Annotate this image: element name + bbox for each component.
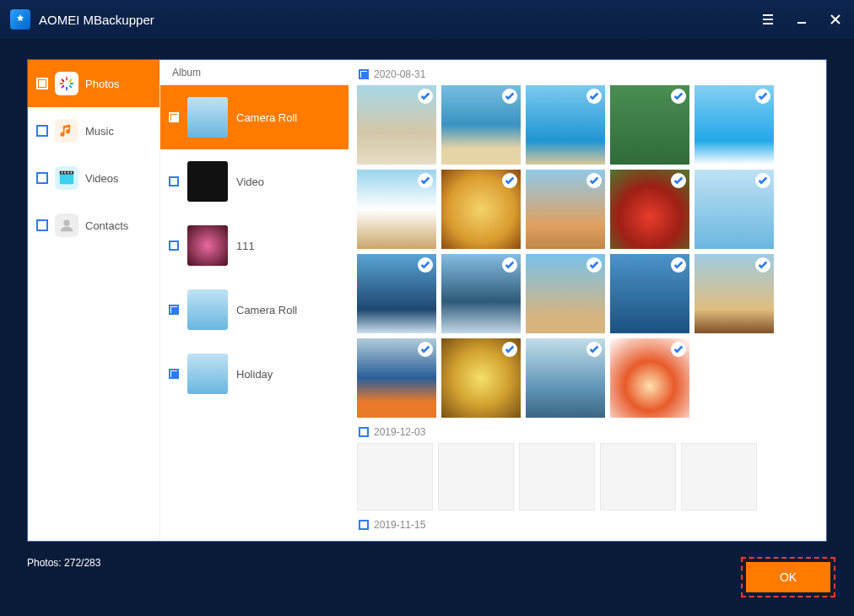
album-camera-roll-2[interactable]: Camera Roll	[160, 278, 349, 342]
photo-thumbnail[interactable]	[357, 170, 436, 249]
selected-check-icon[interactable]	[418, 89, 433, 104]
svg-rect-5	[68, 172, 69, 174]
album-holiday[interactable]: Holiday	[160, 342, 349, 406]
category-videos[interactable]: Videos	[28, 154, 159, 202]
category-label: Music	[85, 125, 114, 138]
app-logo	[10, 9, 30, 30]
selected-check-icon[interactable]	[755, 257, 770, 273]
photo-thumbnail[interactable]	[438, 443, 514, 511]
photo-thumbnail[interactable]	[526, 85, 605, 165]
list-view-icon[interactable]	[759, 11, 776, 28]
selected-check-icon[interactable]	[418, 173, 433, 188]
videos-icon	[55, 166, 78, 190]
selected-check-icon[interactable]	[502, 173, 517, 188]
photo-thumbnail[interactable]	[519, 443, 595, 511]
checkbox-icon[interactable]	[169, 112, 179, 122]
photo-thumbnail[interactable]	[681, 443, 757, 511]
selected-check-icon[interactable]	[586, 89, 602, 104]
photo-thumbnail[interactable]	[695, 85, 774, 165]
svg-rect-1	[60, 174, 74, 185]
selected-check-icon[interactable]	[418, 342, 433, 357]
selected-check-icon[interactable]	[755, 173, 770, 188]
selected-check-icon[interactable]	[418, 257, 433, 273]
album-label: Holiday	[236, 368, 273, 381]
album-111[interactable]: 111	[160, 213, 349, 278]
date-header[interactable]: 2019-12-03	[359, 426, 818, 438]
checkbox-icon[interactable]	[169, 369, 179, 379]
checkbox-icon[interactable]	[36, 125, 48, 137]
checkbox-icon[interactable]	[169, 305, 179, 315]
album-video[interactable]: Video	[160, 149, 349, 213]
photo-thumbnail[interactable]	[610, 338, 689, 418]
category-contacts[interactable]: Contacts	[28, 202, 159, 249]
workspace: Photos Music Videos Contacts Album	[27, 59, 827, 542]
album-camera-roll[interactable]: Camera Roll	[160, 85, 349, 149]
checkbox-icon[interactable]	[36, 78, 48, 89]
selected-check-icon[interactable]	[671, 257, 686, 273]
photo-thumbnail[interactable]	[357, 338, 436, 418]
close-icon[interactable]	[827, 11, 844, 28]
checkbox-icon[interactable]	[36, 219, 48, 231]
checkbox-icon[interactable]	[169, 240, 179, 251]
checkbox-icon[interactable]	[36, 172, 48, 184]
svg-point-7	[63, 220, 69, 226]
photo-thumbnail[interactable]	[357, 254, 436, 333]
date-group: 2020-08-31	[357, 68, 818, 418]
svg-point-0	[64, 81, 69, 86]
minimize-icon[interactable]	[793, 11, 810, 28]
photo-thumbnail[interactable]	[441, 85, 521, 165]
selected-check-icon[interactable]	[755, 89, 770, 104]
photo-thumbnail[interactable]	[600, 443, 676, 511]
photo-thumbnail[interactable]	[526, 338, 605, 418]
checkbox-icon[interactable]	[169, 176, 179, 186]
category-list: Photos Music Videos Contacts	[28, 60, 159, 541]
photo-thumbnail[interactable]	[357, 443, 433, 511]
album-label: Camera Roll	[236, 111, 297, 124]
selected-check-icon[interactable]	[671, 342, 686, 357]
contacts-icon	[55, 213, 78, 237]
album-list: Album Camera Roll Video 111 Camera Roll …	[159, 60, 349, 541]
selected-check-icon[interactable]	[671, 89, 686, 104]
checkbox-icon[interactable]	[359, 69, 369, 79]
ok-button[interactable]: OK	[746, 562, 830, 592]
category-photos[interactable]: Photos	[28, 60, 159, 107]
photo-thumbnail[interactable]	[526, 254, 605, 333]
selected-check-icon[interactable]	[586, 342, 602, 357]
album-thumbnail	[187, 225, 228, 266]
date-group: 2019-12-03	[357, 426, 818, 511]
date-header[interactable]: 2019-11-15	[359, 519, 818, 531]
selected-check-icon[interactable]	[586, 257, 602, 273]
category-label: Contacts	[85, 219, 128, 232]
album-label: Camera Roll	[236, 304, 297, 316]
photos-icon	[55, 72, 78, 95]
music-icon	[55, 119, 78, 143]
album-label: Video	[236, 176, 264, 188]
date-label: 2019-12-03	[374, 426, 425, 438]
date-header[interactable]: 2020-08-31	[359, 68, 818, 80]
category-music[interactable]: Music	[28, 107, 159, 154]
photo-thumbnail[interactable]	[610, 85, 689, 165]
photo-thumbnail[interactable]	[357, 85, 436, 165]
album-header: Album	[160, 60, 349, 85]
photo-thumbnail[interactable]	[695, 254, 774, 333]
selected-check-icon[interactable]	[502, 89, 517, 104]
photo-thumbnail[interactable]	[526, 170, 605, 249]
selected-check-icon[interactable]	[502, 257, 517, 273]
album-thumbnail	[187, 289, 228, 330]
selected-check-icon[interactable]	[502, 342, 517, 357]
selected-check-icon[interactable]	[586, 173, 602, 188]
album-thumbnail	[187, 97, 228, 138]
photo-thumbnail[interactable]	[610, 254, 689, 333]
photo-thumbnail[interactable]	[441, 170, 521, 249]
checkbox-icon[interactable]	[359, 520, 369, 530]
photo-thumbnail[interactable]	[441, 338, 521, 418]
selected-check-icon[interactable]	[671, 173, 686, 188]
photo-thumbnail[interactable]	[441, 254, 521, 333]
checkbox-icon[interactable]	[359, 427, 369, 437]
category-label: Photos	[85, 78, 119, 90]
photo-thumbnail[interactable]	[610, 170, 689, 249]
photo-grid: 2020-08-31 2019-12-03 2019-11-15	[349, 60, 826, 541]
status-text: Photos: 272/283	[27, 557, 100, 569]
date-label: 2019-11-15	[374, 519, 425, 531]
photo-thumbnail[interactable]	[695, 170, 774, 249]
